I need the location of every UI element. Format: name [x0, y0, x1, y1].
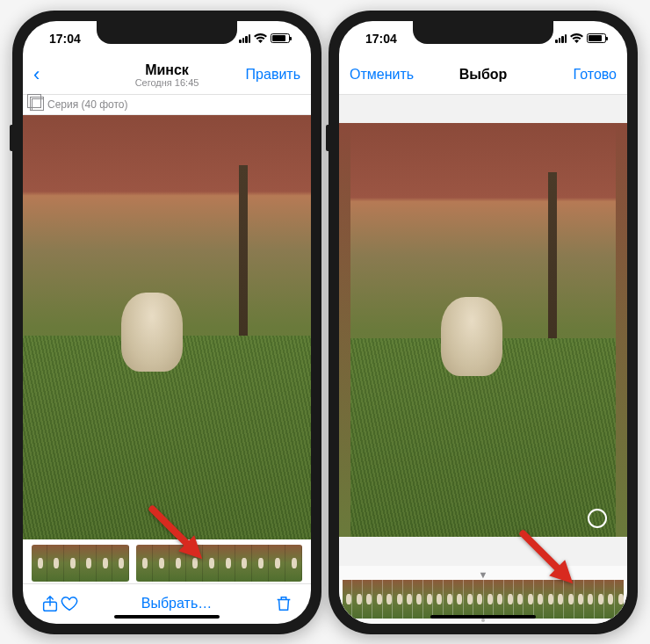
filmstrip-thumb[interactable] [553, 580, 563, 619]
thumb[interactable] [252, 545, 269, 582]
photo-viewer[interactable] [23, 115, 311, 539]
screen-right: 17:04 Отменить Выбор Готово [339, 21, 627, 624]
filmstrip-thumb[interactable] [583, 580, 593, 619]
filmstrip-thumb[interactable] [493, 580, 502, 619]
thumb[interactable] [153, 545, 170, 582]
nav-bar: Отменить Выбор Готово [339, 56, 627, 95]
notch [413, 21, 553, 44]
filmstrip-thumb[interactable] [443, 580, 452, 619]
filmstrip-thumb[interactable] [533, 580, 543, 619]
thumb[interactable] [203, 545, 220, 582]
filmstrip-thumb[interactable] [382, 580, 392, 619]
home-indicator[interactable] [114, 615, 220, 619]
thumb-group[interactable] [136, 545, 302, 582]
burst-photo-scroller[interactable] [339, 95, 627, 566]
filmstrip-thumb[interactable] [422, 580, 432, 619]
filmstrip-thumb[interactable] [574, 580, 583, 619]
battery-icon [271, 33, 290, 43]
thumb[interactable] [235, 545, 252, 582]
edit-button[interactable]: Править [234, 67, 300, 83]
nav-bar: ‹ Минск Сегодня 16:45 Править [23, 56, 311, 95]
main-photo[interactable] [350, 123, 616, 538]
filmstrip-thumb[interactable] [392, 580, 401, 619]
filmstrip-thumb[interactable] [473, 580, 482, 619]
filmstrip-thumb[interactable] [503, 580, 513, 619]
thumb[interactable] [219, 545, 235, 582]
thumb[interactable] [170, 545, 186, 582]
thumb-group[interactable] [32, 545, 129, 582]
filmstrip-thumb[interactable] [483, 580, 493, 619]
thumb[interactable] [80, 545, 96, 582]
status-time: 17:04 [365, 32, 397, 46]
main-photo [23, 115, 311, 539]
back-button[interactable]: ‹ [33, 65, 100, 84]
thumb[interactable] [269, 545, 285, 582]
done-button[interactable]: Готово [550, 67, 617, 83]
burst-stack-icon [32, 98, 44, 111]
phone-frame-left: 17:04 ‹ Минск Сегодня 16:45 Править Сери… [12, 11, 321, 634]
filmstrip-thumb[interactable] [463, 580, 473, 619]
thumb[interactable] [186, 545, 203, 582]
share-icon[interactable] [40, 594, 60, 613]
filmstrip-dot-icon [481, 619, 485, 622]
notch [97, 21, 237, 44]
filmstrip-thumb[interactable] [362, 580, 372, 619]
filmstrip-thumb[interactable] [513, 580, 523, 619]
thumb[interactable] [112, 545, 128, 582]
filmstrip-thumb[interactable] [412, 580, 422, 619]
cellular-icon [555, 34, 567, 43]
filmstrip-thumb[interactable] [594, 580, 603, 619]
filmstrip-thumb[interactable] [343, 580, 351, 619]
filmstrip-thumb[interactable] [563, 580, 573, 619]
filmstrip-thumb[interactable] [372, 580, 381, 619]
filmstrip-thumb[interactable] [402, 580, 412, 619]
filmstrip-thumb[interactable] [452, 580, 462, 619]
burst-label: Серия (40 фото) [23, 95, 311, 115]
chevron-left-icon: ‹ [33, 65, 40, 84]
wifi-icon [570, 33, 583, 43]
phone-frame-right: 17:04 Отменить Выбор Готово [329, 11, 638, 634]
thumb[interactable] [285, 545, 302, 582]
adjacent-photo-edge[interactable] [616, 123, 627, 538]
thumb[interactable] [136, 545, 153, 582]
cancel-button[interactable]: Отменить [350, 67, 416, 83]
thumb[interactable] [47, 545, 63, 582]
adjacent-photo-edge[interactable] [339, 123, 350, 538]
filmstrip-thumb[interactable] [432, 580, 442, 619]
burst-count: Серия (40 фото) [47, 98, 128, 111]
filmstrip-thumb[interactable] [523, 580, 532, 619]
filmstrip-thumb[interactable] [614, 580, 624, 619]
trash-icon[interactable] [274, 594, 293, 613]
battery-icon [587, 33, 606, 43]
thumbnail-strip[interactable] [23, 539, 311, 583]
filmstrip-thumb[interactable] [543, 580, 552, 619]
filmstrip-thumb[interactable] [603, 580, 613, 619]
thumb[interactable] [97, 545, 112, 582]
home-indicator[interactable] [430, 615, 536, 619]
cellular-icon [239, 34, 250, 43]
select-button[interactable]: Выбрать… [141, 596, 212, 611]
status-time: 17:04 [49, 32, 81, 46]
thumb[interactable] [32, 545, 47, 582]
favorite-icon[interactable] [60, 594, 79, 613]
filmstrip-track[interactable] [343, 580, 624, 619]
filmstrip-thumb[interactable] [351, 580, 361, 619]
caret-down-icon: ▼ [479, 569, 488, 580]
wifi-icon [254, 33, 267, 43]
screen-left: 17:04 ‹ Минск Сегодня 16:45 Править Сери… [23, 21, 311, 624]
thumb[interactable] [64, 545, 80, 582]
